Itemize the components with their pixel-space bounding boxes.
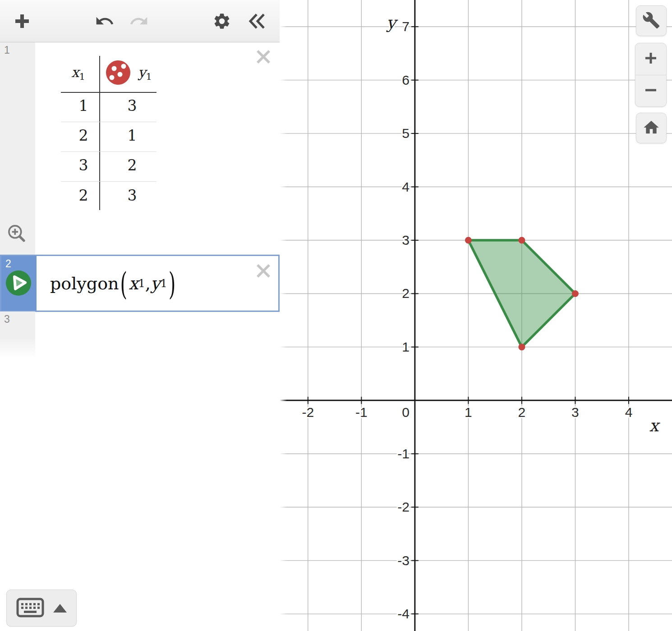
expression-number: 2 [5, 258, 11, 270]
zoom-out-button[interactable] [635, 75, 666, 107]
polygon-vertex-point [572, 290, 579, 297]
expressions-panel: 1 x1 [0, 0, 280, 631]
x-tick-label: 1 [465, 405, 472, 420]
y-tick-label: 1 [402, 339, 410, 354]
expression-row-polygon[interactable]: 2 polygon(x1,y1) [0, 255, 280, 312]
redo-button[interactable] [127, 0, 151, 42]
graph-settings-wrench-button[interactable] [636, 5, 667, 36]
zoom-in-button[interactable] [635, 43, 666, 75]
wrench-icon [642, 11, 660, 31]
desmos-app: 1 x1 [0, 0, 672, 631]
y-axis-label: y [386, 13, 398, 32]
y-tick-label: -3 [397, 553, 410, 568]
y-tick-label: 7 [402, 19, 410, 34]
table-cell-y[interactable]: 2 [107, 156, 157, 174]
y-tick-label: -1 [397, 446, 410, 461]
polygon-vertex-point [465, 237, 472, 243]
table-cell-x[interactable]: 2 [59, 187, 108, 204]
expression-gutter-1[interactable]: 1 [0, 42, 35, 255]
expression-number: 3 [4, 313, 10, 325]
chevron-up-icon [53, 604, 67, 613]
polygon-vertex-point [518, 237, 525, 243]
delete-expression-button[interactable] [255, 49, 272, 66]
table-header-underline [61, 92, 156, 93]
y-tick-label: 3 [402, 233, 410, 247]
add-expression-button[interactable] [12, 0, 32, 42]
show-keyboard-button[interactable] [6, 590, 77, 626]
x-tick-label: 3 [571, 405, 579, 420]
polygon-expression[interactable]: polygon(x1,y1) [50, 256, 177, 311]
table-row-separator [61, 181, 156, 182]
undo-icon [95, 13, 115, 30]
x-tick-label: -1 [355, 405, 368, 420]
minus-icon [642, 82, 659, 100]
graph-svg[interactable]: -2-101234-4-3-2-11234567yx [280, 0, 672, 631]
expression-row-empty[interactable]: 3 [0, 311, 280, 361]
gear-icon [212, 12, 231, 31]
home-icon [642, 119, 660, 138]
table-cell-x[interactable]: 3 [59, 156, 108, 174]
y-tick-label: -4 [397, 606, 410, 621]
table-col-x-header[interactable]: x1 [71, 64, 85, 82]
table-expression: x1 y1 [35, 42, 280, 255]
close-icon [255, 274, 272, 280]
points-style-button[interactable] [105, 59, 131, 87]
table-cell-y[interactable]: 3 [107, 187, 157, 204]
table-row-separator [61, 122, 156, 122]
table-col-y-header[interactable]: y1 [138, 64, 152, 82]
plus-icon [642, 50, 659, 68]
collapse-panel-button[interactable] [244, 0, 268, 42]
magnifier-plus-icon [7, 238, 27, 245]
y-tick-label: -2 [397, 499, 410, 514]
table-cell-x[interactable]: 2 [59, 127, 108, 144]
delete-expression-button[interactable] [255, 263, 272, 280]
zoom-fit-button[interactable] [7, 224, 27, 245]
expression-number: 1 [4, 44, 10, 56]
table-row-separator [61, 151, 156, 152]
plus-icon [13, 12, 31, 30]
x-tick-label: 4 [625, 405, 633, 420]
graph-settings-button[interactable] [210, 0, 234, 42]
polygon-style-button[interactable] [5, 270, 32, 298]
close-icon [255, 59, 272, 66]
table-cell-y[interactable]: 3 [107, 97, 157, 114]
graph-area[interactable]: -2-101234-4-3-2-11234567yx [280, 0, 672, 631]
double-chevron-left-icon [247, 12, 266, 30]
polygon-vertex-point [518, 343, 525, 350]
red-dotted-circle-icon [105, 80, 131, 87]
green-polygon-circle-icon [5, 291, 32, 298]
table-cell-y[interactable]: 1 [107, 127, 157, 144]
zoom-controls [635, 43, 667, 107]
undo-button[interactable] [93, 0, 116, 42]
redo-icon [129, 13, 149, 30]
y-tick-label: 4 [402, 179, 410, 194]
expressions-toolbar [0, 0, 280, 42]
x-tick-label: -2 [302, 405, 314, 420]
keyboard-icon [16, 597, 44, 620]
expression-gutter-3: 3 [0, 311, 35, 358]
x-axis-label: x [649, 416, 661, 435]
table-cell-x[interactable]: 1 [59, 97, 108, 114]
y-tick-label: 6 [402, 73, 410, 87]
default-viewport-home-button[interactable] [636, 113, 667, 143]
x-tick-label: 2 [518, 405, 526, 420]
y-tick-label: 2 [402, 286, 410, 301]
x-tick-label: 0 [402, 405, 410, 420]
expression-row-table[interactable]: 1 x1 [0, 42, 280, 255]
y-tick-label: 5 [402, 126, 410, 141]
